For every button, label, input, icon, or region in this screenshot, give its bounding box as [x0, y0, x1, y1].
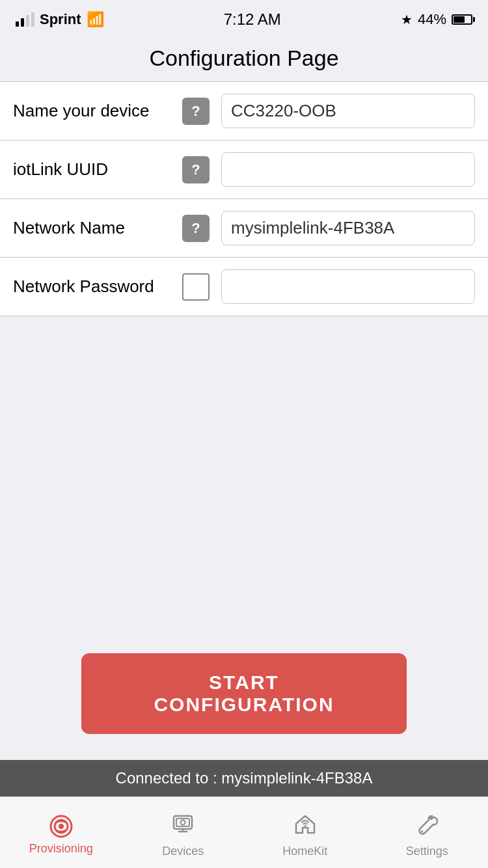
status-bar-right: ★ 44%	[401, 11, 472, 28]
network-name-input[interactable]	[221, 211, 475, 245]
start-configuration-button[interactable]: START CONFIGURATION	[81, 653, 407, 734]
network-name-label: Network Name	[13, 218, 182, 238]
carrier-name: Sprint	[40, 11, 81, 28]
svg-point-8	[304, 825, 306, 827]
tab-settings[interactable]: Settings	[366, 797, 489, 868]
form-area: Name your device ? iotLink UUID ? Networ…	[0, 82, 488, 316]
devices-icon	[171, 812, 195, 841]
battery-icon	[452, 14, 472, 25]
uuid-label: iotLink UUID	[13, 159, 182, 180]
svg-point-5	[181, 821, 185, 825]
network-name-help-button[interactable]: ?	[182, 215, 210, 242]
connected-bar: Connected to : mysimplelink-4FB38A	[0, 760, 488, 796]
provisioning-icon	[49, 815, 73, 838]
network-password-label: Network Password	[13, 277, 182, 297]
status-bar: Sprint 📶 7:12 AM ★ 44%	[0, 0, 488, 39]
tab-homekit-label: HomeKit	[282, 845, 327, 858]
settings-icon	[415, 812, 439, 841]
status-time: 7:12 AM	[224, 10, 281, 29]
form-row-network-name: Network Name ?	[0, 199, 488, 258]
network-password-checkbox[interactable]	[182, 273, 210, 301]
svg-point-9	[421, 830, 423, 832]
battery-fill	[454, 16, 465, 23]
tab-devices[interactable]: Devices	[122, 797, 245, 868]
wifi-icon: 📶	[87, 11, 104, 28]
device-name-label: Name your device	[13, 101, 182, 121]
tab-provisioning-label: Provisioning	[29, 842, 93, 856]
form-row-device-name: Name your device ?	[0, 82, 488, 141]
homekit-icon	[293, 812, 317, 841]
form-row-network-password: Network Password	[0, 258, 488, 316]
content-area: START CONFIGURATION	[0, 316, 488, 760]
status-bar-left: Sprint 📶	[16, 11, 104, 28]
tab-devices-label: Devices	[162, 845, 204, 858]
tab-homekit[interactable]: HomeKit	[244, 797, 366, 868]
device-name-input[interactable]	[221, 94, 475, 128]
tab-provisioning[interactable]: Provisioning	[0, 797, 122, 868]
network-password-input[interactable]	[221, 269, 475, 304]
svg-point-2	[59, 824, 64, 829]
page-title-bar: Configuration Page	[0, 39, 488, 81]
signal-bars-icon	[16, 12, 34, 27]
bluetooth-icon: ★	[401, 12, 413, 27]
tab-settings-label: Settings	[406, 845, 448, 858]
tab-bar: Provisioning Devices HomeKit	[0, 796, 488, 868]
device-name-help-button[interactable]: ?	[182, 98, 210, 125]
uuid-help-button[interactable]: ?	[182, 156, 210, 183]
form-row-uuid: iotLink UUID ?	[0, 141, 488, 199]
battery-percent: 44%	[418, 11, 446, 28]
uuid-input[interactable]	[221, 152, 475, 187]
page-title: Configuration Page	[0, 46, 488, 71]
